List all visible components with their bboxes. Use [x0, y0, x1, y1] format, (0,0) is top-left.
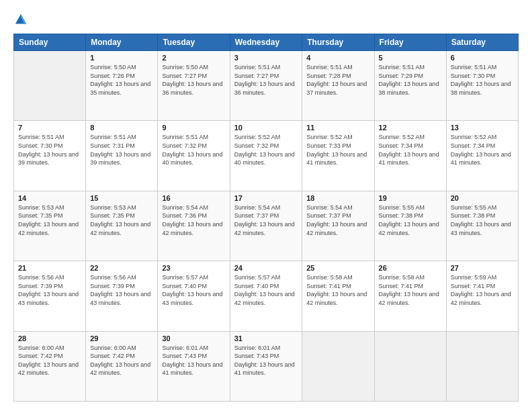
day-info: Sunrise: 5:59 AMSunset: 7:41 PMDaylight:… [451, 273, 514, 307]
col-friday: Friday [374, 34, 446, 51]
day-number: 8 [90, 124, 153, 132]
table-row: 13Sunrise: 5:52 AMSunset: 7:34 PMDayligh… [446, 121, 518, 191]
logo-icon [13, 12, 28, 27]
table-row: 28Sunrise: 6:00 AMSunset: 7:42 PMDayligh… [14, 331, 86, 401]
table-row: 1Sunrise: 5:50 AMSunset: 7:26 PMDaylight… [86, 51, 158, 121]
table-row [14, 51, 86, 121]
col-wednesday: Wednesday [230, 34, 302, 51]
day-info: Sunrise: 5:51 AMSunset: 7:30 PMDaylight:… [18, 133, 81, 167]
calendar-week-row: 7Sunrise: 5:51 AMSunset: 7:30 PMDaylight… [14, 121, 519, 191]
table-row: 30Sunrise: 6:01 AMSunset: 7:43 PMDayligh… [158, 331, 230, 401]
day-number: 23 [162, 264, 225, 272]
day-info: Sunrise: 5:55 AMSunset: 7:38 PMDaylight:… [379, 203, 442, 237]
table-row: 10Sunrise: 5:52 AMSunset: 7:32 PMDayligh… [230, 121, 302, 191]
day-info: Sunrise: 5:57 AMSunset: 7:40 PMDaylight:… [234, 273, 298, 307]
calendar-table: Sunday Monday Tuesday Wednesday Thursday… [13, 34, 519, 402]
table-row: 5Sunrise: 5:51 AMSunset: 7:29 PMDaylight… [374, 51, 446, 121]
table-row: 6Sunrise: 5:51 AMSunset: 7:30 PMDaylight… [446, 51, 518, 121]
table-row: 16Sunrise: 5:54 AMSunset: 7:36 PMDayligh… [158, 191, 230, 261]
day-info: Sunrise: 6:00 AMSunset: 7:42 PMDaylight:… [18, 344, 81, 377]
table-row [446, 331, 518, 401]
day-info: Sunrise: 5:51 AMSunset: 7:27 PMDaylight:… [234, 63, 298, 97]
day-number: 10 [234, 124, 298, 132]
day-info: Sunrise: 5:52 AMSunset: 7:32 PMDaylight:… [234, 133, 298, 167]
table-row: 29Sunrise: 6:00 AMSunset: 7:42 PMDayligh… [86, 331, 158, 401]
day-number: 31 [234, 334, 298, 342]
day-info: Sunrise: 6:01 AMSunset: 7:43 PMDaylight:… [162, 344, 225, 377]
header [13, 12, 519, 27]
day-number: 4 [306, 54, 369, 62]
day-info: Sunrise: 5:52 AMSunset: 7:34 PMDaylight:… [451, 133, 514, 167]
col-tuesday: Tuesday [158, 34, 230, 51]
day-number: 21 [18, 264, 81, 272]
header-row: Sunday Monday Tuesday Wednesday Thursday… [14, 34, 519, 51]
calendar-header: Sunday Monday Tuesday Wednesday Thursday… [14, 34, 519, 51]
table-row: 9Sunrise: 5:51 AMSunset: 7:32 PMDaylight… [158, 121, 230, 191]
day-number: 24 [234, 264, 298, 272]
day-number: 6 [451, 54, 514, 62]
day-info: Sunrise: 5:51 AMSunset: 7:32 PMDaylight:… [162, 133, 225, 167]
day-info: Sunrise: 5:54 AMSunset: 7:37 PMDaylight:… [306, 203, 369, 237]
day-number: 28 [18, 334, 81, 342]
table-row: 20Sunrise: 5:55 AMSunset: 7:38 PMDayligh… [446, 191, 518, 261]
table-row: 12Sunrise: 5:52 AMSunset: 7:34 PMDayligh… [374, 121, 446, 191]
table-row: 31Sunrise: 6:01 AMSunset: 7:43 PMDayligh… [230, 331, 302, 401]
col-monday: Monday [86, 34, 158, 51]
calendar-week-row: 1Sunrise: 5:50 AMSunset: 7:26 PMDaylight… [14, 51, 519, 121]
day-info: Sunrise: 5:52 AMSunset: 7:33 PMDaylight:… [306, 133, 369, 167]
table-row [374, 331, 446, 401]
day-number: 3 [234, 54, 298, 62]
table-row: 19Sunrise: 5:55 AMSunset: 7:38 PMDayligh… [374, 191, 446, 261]
day-number: 15 [90, 194, 153, 202]
day-info: Sunrise: 6:00 AMSunset: 7:42 PMDaylight:… [90, 344, 153, 377]
table-row: 24Sunrise: 5:57 AMSunset: 7:40 PMDayligh… [230, 261, 302, 331]
table-row: 14Sunrise: 5:53 AMSunset: 7:35 PMDayligh… [14, 191, 86, 261]
logo [13, 12, 31, 27]
table-row: 17Sunrise: 5:54 AMSunset: 7:37 PMDayligh… [230, 191, 302, 261]
day-number: 5 [379, 54, 442, 62]
day-info: Sunrise: 5:56 AMSunset: 7:39 PMDaylight:… [90, 273, 153, 307]
page: Sunday Monday Tuesday Wednesday Thursday… [0, 0, 532, 411]
day-number: 12 [379, 124, 442, 132]
table-row: 27Sunrise: 5:59 AMSunset: 7:41 PMDayligh… [446, 261, 518, 331]
table-row: 7Sunrise: 5:51 AMSunset: 7:30 PMDaylight… [14, 121, 86, 191]
day-number: 13 [451, 124, 514, 132]
day-info: Sunrise: 5:51 AMSunset: 7:29 PMDaylight:… [379, 63, 442, 97]
table-row: 21Sunrise: 5:56 AMSunset: 7:39 PMDayligh… [14, 261, 86, 331]
day-number: 25 [306, 264, 369, 272]
day-number: 20 [451, 194, 514, 202]
day-info: Sunrise: 5:52 AMSunset: 7:34 PMDaylight:… [379, 133, 442, 167]
day-number: 19 [379, 194, 442, 202]
day-number: 22 [90, 264, 153, 272]
day-info: Sunrise: 5:54 AMSunset: 7:37 PMDaylight:… [234, 203, 298, 237]
table-row [302, 331, 374, 401]
table-row: 25Sunrise: 5:58 AMSunset: 7:41 PMDayligh… [302, 261, 374, 331]
col-sunday: Sunday [14, 34, 86, 51]
table-row: 22Sunrise: 5:56 AMSunset: 7:39 PMDayligh… [86, 261, 158, 331]
calendar-week-row: 28Sunrise: 6:00 AMSunset: 7:42 PMDayligh… [14, 331, 519, 401]
day-info: Sunrise: 6:01 AMSunset: 7:43 PMDaylight:… [234, 344, 298, 377]
calendar-body: 1Sunrise: 5:50 AMSunset: 7:26 PMDaylight… [14, 51, 519, 402]
calendar-week-row: 21Sunrise: 5:56 AMSunset: 7:39 PMDayligh… [14, 261, 519, 331]
day-number: 2 [162, 54, 225, 62]
table-row: 8Sunrise: 5:51 AMSunset: 7:31 PMDaylight… [86, 121, 158, 191]
table-row: 11Sunrise: 5:52 AMSunset: 7:33 PMDayligh… [302, 121, 374, 191]
day-number: 1 [90, 54, 153, 62]
table-row: 23Sunrise: 5:57 AMSunset: 7:40 PMDayligh… [158, 261, 230, 331]
table-row: 18Sunrise: 5:54 AMSunset: 7:37 PMDayligh… [302, 191, 374, 261]
day-number: 7 [18, 124, 81, 132]
table-row: 2Sunrise: 5:50 AMSunset: 7:27 PMDaylight… [158, 51, 230, 121]
calendar-week-row: 14Sunrise: 5:53 AMSunset: 7:35 PMDayligh… [14, 191, 519, 261]
day-info: Sunrise: 5:57 AMSunset: 7:40 PMDaylight:… [162, 273, 225, 307]
day-info: Sunrise: 5:55 AMSunset: 7:38 PMDaylight:… [451, 203, 514, 237]
day-info: Sunrise: 5:53 AMSunset: 7:35 PMDaylight:… [18, 203, 81, 237]
day-info: Sunrise: 5:54 AMSunset: 7:36 PMDaylight:… [162, 203, 225, 237]
day-info: Sunrise: 5:50 AMSunset: 7:26 PMDaylight:… [90, 63, 153, 97]
table-row: 15Sunrise: 5:53 AMSunset: 7:35 PMDayligh… [86, 191, 158, 261]
day-info: Sunrise: 5:51 AMSunset: 7:31 PMDaylight:… [90, 133, 153, 167]
day-number: 30 [162, 334, 225, 342]
table-row: 4Sunrise: 5:51 AMSunset: 7:28 PMDaylight… [302, 51, 374, 121]
day-number: 27 [451, 264, 514, 272]
col-saturday: Saturday [446, 34, 518, 51]
day-number: 11 [306, 124, 369, 132]
